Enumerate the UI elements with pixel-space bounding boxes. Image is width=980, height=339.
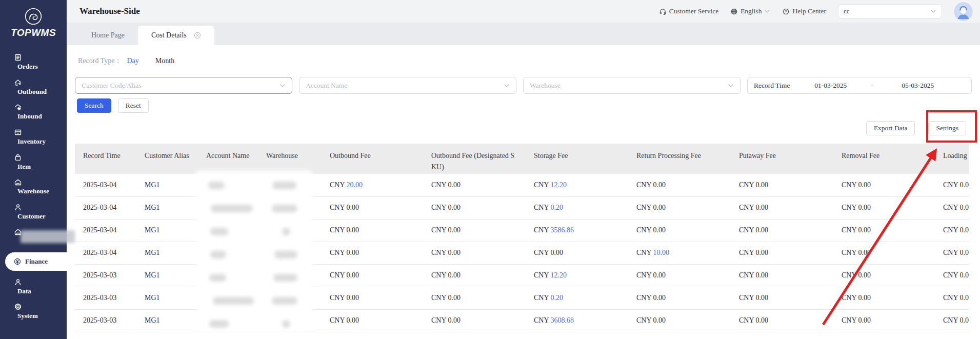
fee-amount-link[interactable]: 10.00: [653, 249, 670, 256]
currency-label: CNY: [739, 316, 756, 324]
customer-code-select[interactable]: Customer Code/Alias: [75, 77, 292, 94]
redacted-text-blob: [210, 228, 228, 235]
tab-cost-details[interactable]: Cost Details: [138, 26, 214, 45]
cell-fee: CNY 12.20: [526, 174, 628, 196]
sidebar-item-outbound[interactable]: Outbound: [0, 75, 67, 100]
record-time-start[interactable]: 01-03-2025: [814, 82, 871, 90]
sidebar-item-finance[interactable]: Finance: [0, 249, 67, 274]
customer-icon: [14, 203, 46, 211]
cell-fee: CNY 0.00: [628, 309, 731, 332]
search-button[interactable]: Search: [77, 98, 111, 113]
fee-amount-link[interactable]: 12.20: [551, 181, 567, 189]
fee-amount-link[interactable]: 3586.86: [551, 226, 574, 234]
currency-label: CNY: [330, 181, 347, 189]
currency-label: CNY: [842, 204, 858, 211]
inventory-icon: [14, 128, 46, 136]
cell-fee: CNY 0.00: [833, 264, 935, 287]
fee-amount: 0.00: [960, 204, 969, 211]
sidebar-item-inventory[interactable]: Inventory: [0, 125, 67, 150]
currency-label: CNY: [739, 294, 756, 302]
fee-amount-link[interactable]: 0.20: [551, 294, 564, 302]
currency-label: CNY: [636, 271, 653, 279]
reset-button[interactable]: Reset: [118, 98, 149, 113]
language-switcher[interactable]: English: [730, 7, 770, 15]
sidebar-item-warehouse[interactable]: Warehouse: [0, 174, 67, 200]
currency-label: CNY: [842, 294, 858, 302]
account-select[interactable]: cc: [838, 4, 942, 18]
redacted-text-blob: [209, 274, 226, 282]
sidebar-item-label: Customer: [17, 212, 46, 220]
export-data-button[interactable]: Export Data: [866, 121, 915, 135]
warehouse-select[interactable]: Warehouse: [523, 77, 741, 94]
currency-label: CNY: [842, 181, 858, 189]
cell-record-time: 2025-03-04: [75, 242, 136, 264]
sidebar-item-system[interactable]: System: [0, 299, 67, 324]
fee-amount-link[interactable]: 20.00: [347, 181, 363, 189]
tab-label: Cost Details: [151, 31, 187, 39]
customer-service-label: Customer Service: [669, 7, 718, 15]
currency-label: CNY: [330, 316, 347, 324]
fee-amount: 0.00: [960, 181, 969, 189]
cell-fee: CNY 0.00: [423, 264, 526, 287]
currency-label: CNY: [431, 226, 448, 234]
cell-fee: CNY 0.20: [526, 287, 628, 309]
account-name-select[interactable]: Account Name: [299, 77, 516, 94]
tab-home-page[interactable]: Home Page: [78, 26, 138, 45]
fee-amount: 0.00: [347, 271, 359, 279]
currency-label: CNY: [534, 226, 551, 234]
settings-button[interactable]: Settings: [928, 121, 966, 135]
cell-fee: CNY 0.00: [628, 174, 731, 196]
orders-icon: [14, 53, 38, 62]
sidebar-item-inbound[interactable]: Inbound: [0, 99, 67, 125]
fee-amount: 0.00: [960, 294, 969, 302]
sidebar-item-item[interactable]: Item: [0, 149, 67, 174]
cell-fee: CNY 0.00: [935, 196, 969, 219]
page-title: Warehouse-Side: [79, 0, 140, 23]
cell-fee: CNY 0.00: [731, 242, 833, 264]
record-time-end[interactable]: 05-03-2025: [902, 82, 958, 90]
customer-service-button[interactable]: Customer Service: [659, 7, 718, 15]
fee-amount-link[interactable]: 12.20: [551, 271, 567, 279]
tab-bar: Home Page Cost Details: [67, 23, 980, 45]
warehouse-placeholder: Warehouse: [530, 82, 561, 90]
fee-amount: 0.00: [756, 249, 769, 256]
redacted-text-blob: [274, 251, 297, 258]
currency-label: CNY: [739, 204, 756, 211]
fee-amount: 0.00: [653, 316, 666, 324]
cell-fee: CNY 0.00: [322, 219, 423, 242]
redacted-text-blob: [272, 182, 296, 189]
elephant-logo-icon: [24, 7, 43, 26]
cell-customer-alias: MG1: [136, 196, 198, 219]
cell-fee: CNY 0.00: [628, 287, 731, 309]
currency-label: CNY: [534, 294, 551, 302]
topbar-actions: Customer Service English: [659, 0, 973, 23]
avatar[interactable]: [954, 2, 973, 21]
record-type-option-month[interactable]: Month: [155, 57, 174, 65]
currency-label: CNY: [842, 316, 858, 324]
outbound-icon: [14, 78, 47, 87]
sidebar-item-data[interactable]: Data: [0, 274, 67, 299]
cell-fee: CNY 0.00: [935, 174, 969, 196]
sidebar-item-redacted[interactable]: [0, 224, 67, 249]
cell-fee: CNY 0.00: [423, 196, 526, 219]
currency-label: CNY: [431, 181, 448, 189]
brand-logo: TOPWMS: [0, 0, 67, 38]
cell-fee: CNY 0.00: [731, 174, 833, 196]
system-icon: [14, 303, 38, 311]
record-type-option-day[interactable]: Day: [127, 57, 138, 65]
cell-fee: CNY 0.00: [628, 264, 731, 287]
close-icon[interactable]: [194, 32, 201, 39]
sidebar-item-orders[interactable]: Orders: [0, 50, 67, 75]
record-time-range-picker[interactable]: Record Time 01-03-2025 - 05-03-2025: [747, 77, 972, 94]
redacted-text-blob: [273, 274, 297, 282]
question-circle-icon: [782, 8, 790, 15]
help-center-button[interactable]: Help Center: [782, 7, 826, 15]
cell-fee: CNY 20.00: [322, 174, 423, 196]
sidebar-item-customer[interactable]: Customer: [0, 200, 67, 225]
fee-amount: 0.00: [653, 204, 666, 211]
fee-amount-link[interactable]: 0.20: [551, 204, 564, 211]
fee-amount-link[interactable]: 3608.68: [551, 316, 574, 324]
sidebar-item-label: Data: [17, 287, 31, 295]
cell-fee: CNY 0.00: [935, 264, 969, 287]
column-header: Customer Alias: [136, 144, 198, 174]
